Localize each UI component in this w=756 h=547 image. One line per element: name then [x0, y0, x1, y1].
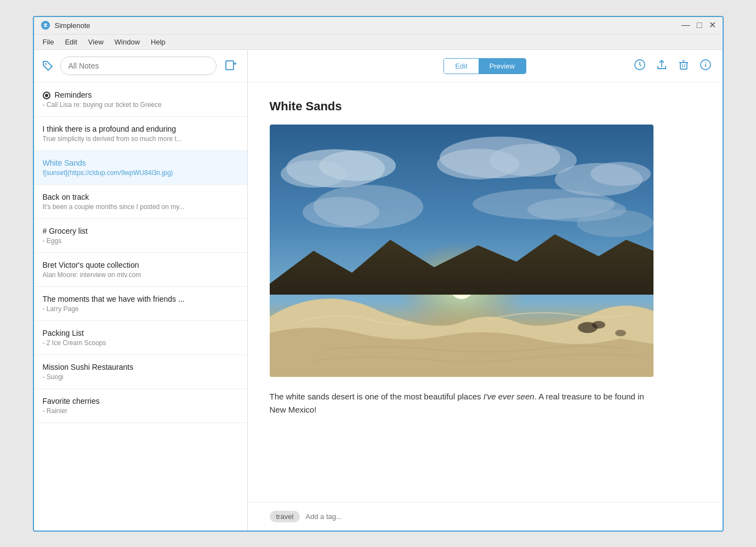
note-item-mission-sushi[interactable]: Mission Sushi Restaurants - Suogi	[34, 355, 247, 389]
note-content: White Sands	[248, 83, 723, 502]
maximize-button[interactable]: □	[697, 21, 702, 30]
tag-icon	[42, 58, 55, 74]
note-item-moments[interactable]: The moments that we have with friends ..…	[34, 287, 247, 321]
note-body: The white sands desert is one of the mos…	[270, 390, 653, 416]
note-title-moments: The moments that we have with friends ..…	[43, 295, 238, 303]
sidebar-header	[34, 50, 247, 83]
menu-help[interactable]: Help	[146, 37, 170, 47]
edit-preview-toggle: Edit Preview	[444, 58, 526, 74]
trash-icon[interactable]	[678, 59, 690, 74]
note-preview-back-on-track: It's been a couple months since I posted…	[43, 203, 238, 211]
note-preview-bret-victor: Alan Moore: interview on mtv.com	[43, 271, 238, 279]
menu-bar: File Edit View Window Help	[34, 35, 723, 50]
note-item-cherries[interactable]: Favorite cherries - Rainier	[34, 389, 247, 423]
svg-point-1	[45, 63, 47, 65]
note-preview-packing: - 2 Ice Cream Scoops	[43, 339, 238, 347]
note-title-bret-victor: Bret Victor's quote collection	[43, 261, 238, 269]
note-preview-moments: - Larry Page	[43, 305, 238, 313]
menu-view[interactable]: View	[84, 37, 108, 47]
preview-button[interactable]: Preview	[479, 59, 526, 74]
note-preview-mission-sushi: - Suogi	[43, 373, 238, 381]
note-preview-profound: True simplicity is derived from so much …	[43, 135, 238, 143]
note-preview-white-sands: ![sunset](https://cldup.com/9wpWU84l3n.j…	[43, 169, 238, 177]
note-preview-cherries: - Rainier	[43, 407, 238, 415]
menu-window[interactable]: Window	[110, 37, 144, 47]
svg-point-17	[319, 150, 396, 181]
notes-list: Reminders - Call Lisa re: buying our tic…	[34, 83, 247, 531]
svg-point-24	[303, 197, 379, 228]
note-item-bret-victor[interactable]: Bret Victor's quote collection Alan Moor…	[34, 253, 247, 287]
note-item-reminders[interactable]: Reminders - Call Lisa re: buying our tic…	[34, 83, 247, 117]
menu-edit[interactable]: Edit	[60, 37, 81, 47]
note-title-packing: Packing List	[43, 329, 238, 337]
svg-point-33	[592, 321, 605, 329]
note-item-white-sands[interactable]: White Sands ![sunset](https://cldup.com/…	[34, 151, 247, 185]
svg-point-0	[41, 21, 49, 30]
edit-button[interactable]: Edit	[444, 59, 478, 74]
share-icon[interactable]	[656, 59, 668, 74]
note-body-italic: I've ever seen	[484, 392, 535, 401]
note-item-profound[interactable]: I think there is a profound and enduring…	[34, 117, 247, 151]
close-button[interactable]: ✕	[709, 21, 716, 30]
menu-file[interactable]: File	[38, 37, 59, 47]
note-preview-reminders: - Call Lisa re: buying our ticket to Gre…	[43, 101, 238, 109]
note-item-back-on-track[interactable]: Back on track It's been a couple months …	[34, 185, 247, 219]
note-preview-grocery: - Eggs	[43, 237, 238, 245]
add-tag-input[interactable]	[305, 512, 397, 521]
svg-point-22	[590, 162, 651, 186]
app-logo	[41, 20, 50, 30]
search-input[interactable]	[60, 57, 217, 75]
note-image	[270, 125, 653, 377]
app-title: Simplenote	[55, 21, 681, 30]
note-title-cherries: Favorite cherries	[43, 397, 238, 405]
reminders-radio	[43, 92, 50, 99]
tag-chip-travel[interactable]: travel	[270, 511, 300, 522]
svg-rect-6	[680, 63, 687, 69]
title-bar: Simplenote — □ ✕	[34, 17, 723, 35]
desert-svg	[270, 125, 653, 377]
svg-point-27	[577, 210, 653, 237]
note-title-mission-sushi: Mission Sushi Restaurants	[43, 363, 238, 371]
note-title-profound: I think there is a profound and enduring	[43, 125, 238, 133]
app-body: Reminders - Call Lisa re: buying our tic…	[34, 50, 723, 531]
info-icon[interactable]	[700, 59, 712, 74]
new-note-button[interactable]	[222, 57, 240, 75]
window-controls: — □ ✕	[681, 21, 716, 30]
svg-rect-2	[226, 61, 234, 70]
minimize-button[interactable]: —	[681, 21, 690, 30]
note-tags-bar: travel	[248, 502, 723, 531]
note-item-packing[interactable]: Packing List - 2 Ice Cream Scoops	[34, 321, 247, 355]
note-title-reminders: Reminders	[55, 91, 92, 99]
note-body-start: The white sands desert is one of the mos…	[270, 392, 484, 401]
svg-point-12	[705, 62, 706, 63]
history-icon[interactable]	[634, 59, 646, 74]
note-item-grocery[interactable]: # Grocery list - Eggs	[34, 219, 247, 253]
svg-point-34	[615, 330, 626, 336]
note-title-white-sands: White Sands	[43, 159, 238, 167]
note-title-back-on-track: Back on track	[43, 193, 238, 201]
sidebar: Reminders - Call Lisa re: buying our tic…	[34, 50, 248, 531]
app-window: Simplenote — □ ✕ File Edit View Window H…	[33, 16, 724, 532]
note-title-grocery: # Grocery list	[43, 227, 238, 235]
main-toolbar: Edit Preview	[248, 50, 723, 83]
note-title: White Sands	[270, 99, 701, 114]
main-content: Edit Preview	[248, 50, 723, 531]
